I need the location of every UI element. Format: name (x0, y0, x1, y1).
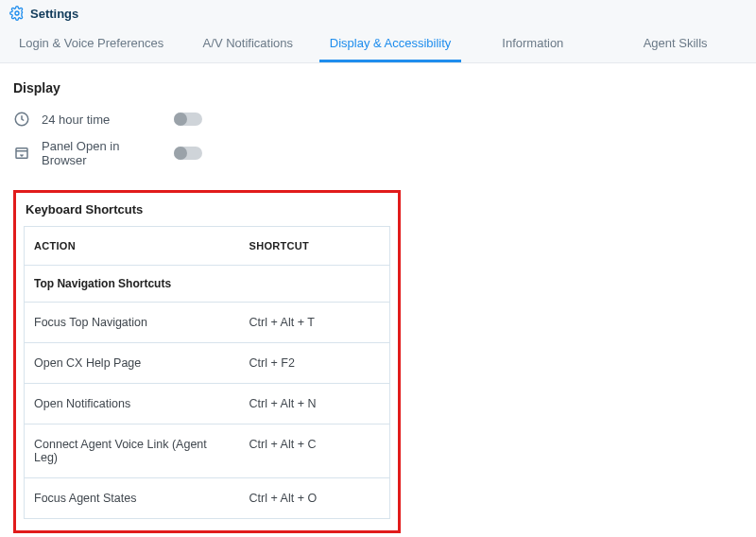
table-row: Open Notifications Ctrl + Alt + N (25, 383, 389, 424)
toggle-panel-open-browser[interactable] (174, 147, 202, 160)
tab-login-voice[interactable]: Login & Voice Preferences (9, 25, 177, 62)
shortcut-keys: Ctrl + Alt + O (240, 478, 389, 518)
table-header-row: ACTION SHORTCUT (25, 227, 389, 265)
tabs-bar: Login & Voice Preferences A/V Notificati… (0, 25, 756, 63)
shortcut-keys: Ctrl + Alt + T (240, 303, 389, 342)
page-title: Settings (30, 7, 78, 21)
keyboard-shortcuts-title: Keyboard Shortcuts (24, 199, 390, 226)
gear-icon (9, 6, 25, 21)
table-row: Connect Agent Voice Link (Agent Leg) Ctr… (25, 424, 389, 477)
setting-24-hour-time: 24 hour time (13, 105, 410, 133)
shortcut-action: Focus Top Navigation (25, 303, 240, 342)
setting-label: 24 hour time (42, 113, 164, 127)
svg-point-0 (15, 11, 19, 15)
table-row: Focus Agent States Ctrl + Alt + O (25, 477, 389, 518)
table-row: Open CX Help Page Ctrl + F2 (25, 342, 389, 383)
shortcut-action: Open CX Help Page (25, 343, 240, 383)
column-header-shortcut: SHORTCUT (240, 227, 389, 265)
shortcut-keys: Ctrl + Alt + C (240, 424, 389, 477)
keyboard-shortcuts-table: ACTION SHORTCUT Top Navigation Shortcuts… (24, 226, 390, 519)
table-row: Focus Top Navigation Ctrl + Alt + T (25, 302, 389, 342)
toggle-24-hour-time[interactable] (174, 113, 202, 126)
display-section-title: Display (13, 80, 743, 95)
shortcut-action: Connect Agent Voice Link (Agent Leg) (25, 424, 240, 477)
tab-information[interactable]: Information (461, 25, 604, 62)
shortcut-action: Focus Agent States (25, 478, 240, 518)
tab-av-notifications[interactable]: A/V Notifications (177, 25, 319, 62)
tab-display-accessibility[interactable]: Display & Accessibility (319, 25, 462, 62)
shortcut-action: Open Notifications (25, 384, 240, 424)
shortcut-keys: Ctrl + F2 (240, 343, 389, 383)
table-subheading: Top Navigation Shortcuts (25, 265, 389, 302)
panel-icon (13, 145, 32, 162)
shortcut-keys: Ctrl + Alt + N (240, 384, 389, 424)
setting-panel-open-browser: Panel Open in Browser (13, 133, 410, 173)
content-area: Display 24 hour time Panel Open in Brows… (0, 63, 756, 537)
setting-label: Panel Open in Browser (42, 139, 164, 167)
settings-header: Settings (0, 0, 756, 25)
tab-agent-skills[interactable]: Agent Skills (604, 25, 747, 62)
clock-icon (13, 111, 32, 128)
column-header-action: ACTION (25, 227, 240, 265)
keyboard-shortcuts-panel: Keyboard Shortcuts ACTION SHORTCUT Top N… (13, 190, 401, 533)
